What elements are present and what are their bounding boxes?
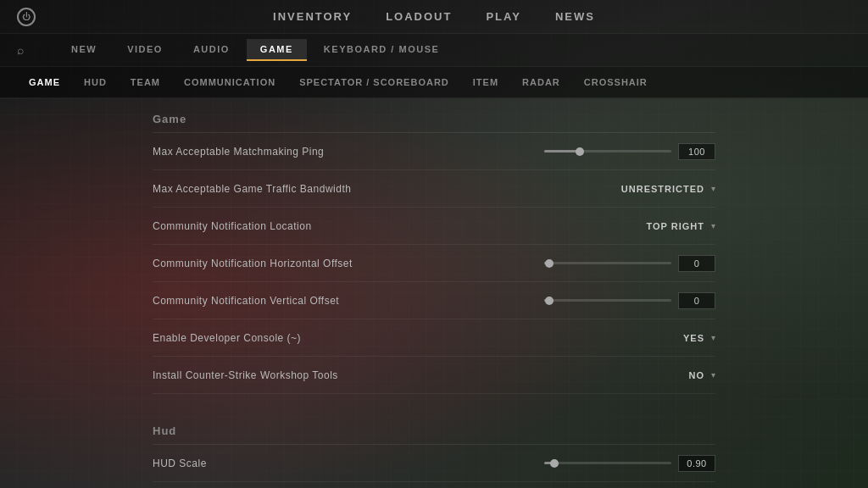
setting-bandwidth: Max Acceptable Game Traffic Bandwidth UN… bbox=[153, 170, 715, 208]
subtab-game[interactable]: GAME bbox=[17, 74, 72, 91]
subtab-hud[interactable]: HUD bbox=[72, 74, 119, 91]
setting-dev-console: Enable Developer Console (~) YES ▾ bbox=[153, 319, 715, 357]
main-settings-content: Game Max Acceptable Matchmaking Ping 100… bbox=[0, 99, 868, 488]
power-icon: ⏻ bbox=[22, 12, 31, 21]
workshop-tools-label: Install Counter-Strike Workshop Tools bbox=[153, 369, 689, 381]
setting-hud-color: HUD Color LIGHT BLUE ▾ bbox=[153, 482, 715, 488]
subtab-communication[interactable]: COMMUNICATION bbox=[172, 74, 287, 91]
hud-scale-value: 0.90 bbox=[678, 455, 715, 472]
hud-scale-slider[interactable] bbox=[544, 462, 671, 464]
max-ping-control: 100 bbox=[544, 143, 715, 160]
notif-location-chevron-icon: ▾ bbox=[711, 221, 715, 230]
dev-console-value: YES bbox=[683, 333, 704, 343]
setting-notif-v-offset: Community Notification Vertical Offset 0 bbox=[153, 282, 715, 319]
notif-h-offset-slider[interactable] bbox=[544, 262, 671, 264]
notif-h-offset-control: 0 bbox=[544, 255, 715, 272]
setting-max-ping: Max Acceptable Matchmaking Ping 100 bbox=[153, 133, 715, 170]
notif-v-offset-value: 0 bbox=[678, 292, 715, 309]
notif-v-offset-slider[interactable] bbox=[544, 299, 671, 302]
max-ping-slider[interactable] bbox=[544, 150, 671, 152]
notif-location-label: Community Notification Location bbox=[153, 220, 647, 232]
bandwidth-chevron-icon: ▾ bbox=[711, 184, 715, 193]
dev-console-dropdown[interactable]: YES ▾ bbox=[683, 333, 715, 343]
search-icon[interactable]: ⌕ bbox=[17, 43, 24, 57]
notif-v-offset-control: 0 bbox=[544, 292, 715, 309]
subtab-radar[interactable]: RADAR bbox=[510, 74, 572, 91]
tab-game[interactable]: GAME bbox=[247, 39, 307, 61]
nav-loadout[interactable]: LOADOUT bbox=[386, 10, 452, 23]
section-hud-title: Hud bbox=[153, 411, 715, 445]
workshop-tools-value: NO bbox=[689, 370, 705, 380]
top-navigation: ⏻ INVENTORY LOADOUT PLAY NEWS bbox=[0, 0, 868, 34]
subtab-spectator-scoreboard[interactable]: SPECTATOR / SCOREBOARD bbox=[287, 74, 461, 91]
nav-news[interactable]: NEWS bbox=[555, 10, 595, 23]
section-game-title: Game bbox=[153, 99, 715, 133]
power-button[interactable]: ⏻ bbox=[17, 8, 36, 26]
search-row: ⌕ NEW VIDEO AUDIO GAME KEYBOARD / MOUSE bbox=[0, 34, 868, 67]
bandwidth-label: Max Acceptable Game Traffic Bandwidth bbox=[153, 183, 621, 195]
tab-keyboard-mouse[interactable]: KEYBOARD / MOUSE bbox=[310, 39, 453, 61]
dev-console-chevron-icon: ▾ bbox=[711, 333, 715, 342]
hud-scale-control: 0.90 bbox=[544, 455, 715, 472]
setting-hud-scale: HUD Scale 0.90 bbox=[153, 445, 715, 482]
bandwidth-value: UNRESTRICTED bbox=[621, 184, 704, 194]
settings-header: ⌕ NEW VIDEO AUDIO GAME KEYBOARD / MOUSE … bbox=[0, 34, 868, 99]
sub-tabs: GAME HUD TEAM COMMUNICATION SPECTATOR / … bbox=[0, 67, 868, 98]
notif-location-dropdown[interactable]: TOP RIGHT ▾ bbox=[647, 221, 716, 231]
settings-tabs: NEW VIDEO AUDIO GAME KEYBOARD / MOUSE bbox=[41, 39, 470, 61]
bandwidth-dropdown[interactable]: UNRESTRICTED ▾ bbox=[621, 184, 715, 194]
max-ping-value: 100 bbox=[678, 143, 715, 160]
tab-audio[interactable]: AUDIO bbox=[180, 39, 243, 61]
notif-h-offset-label: Community Notification Horizontal Offset bbox=[153, 258, 544, 269]
notif-v-offset-label: Community Notification Vertical Offset bbox=[153, 295, 544, 307]
nav-inventory[interactable]: INVENTORY bbox=[273, 10, 352, 23]
hud-scale-label: HUD Scale bbox=[153, 458, 544, 469]
notif-h-offset-value: 0 bbox=[678, 255, 715, 272]
subtab-crosshair[interactable]: CROSSHAIR bbox=[572, 74, 659, 91]
notif-location-value: TOP RIGHT bbox=[647, 221, 705, 231]
workshop-tools-dropdown[interactable]: NO ▾ bbox=[689, 370, 716, 380]
dev-console-label: Enable Developer Console (~) bbox=[153, 332, 683, 344]
nav-play[interactable]: PLAY bbox=[486, 10, 520, 23]
subtab-item[interactable]: ITEM bbox=[461, 74, 510, 91]
tab-video[interactable]: VIDEO bbox=[114, 39, 176, 61]
tab-new[interactable]: NEW bbox=[58, 39, 110, 61]
setting-notif-location: Community Notification Location TOP RIGH… bbox=[153, 208, 715, 245]
setting-notif-h-offset: Community Notification Horizontal Offset… bbox=[153, 245, 715, 282]
setting-workshop-tools: Install Counter-Strike Workshop Tools NO… bbox=[153, 357, 715, 394]
top-nav-links: INVENTORY LOADOUT PLAY NEWS bbox=[273, 10, 595, 23]
subtab-team[interactable]: TEAM bbox=[119, 74, 172, 91]
workshop-tools-chevron-icon: ▾ bbox=[711, 370, 715, 380]
max-ping-label: Max Acceptable Matchmaking Ping bbox=[153, 146, 544, 158]
